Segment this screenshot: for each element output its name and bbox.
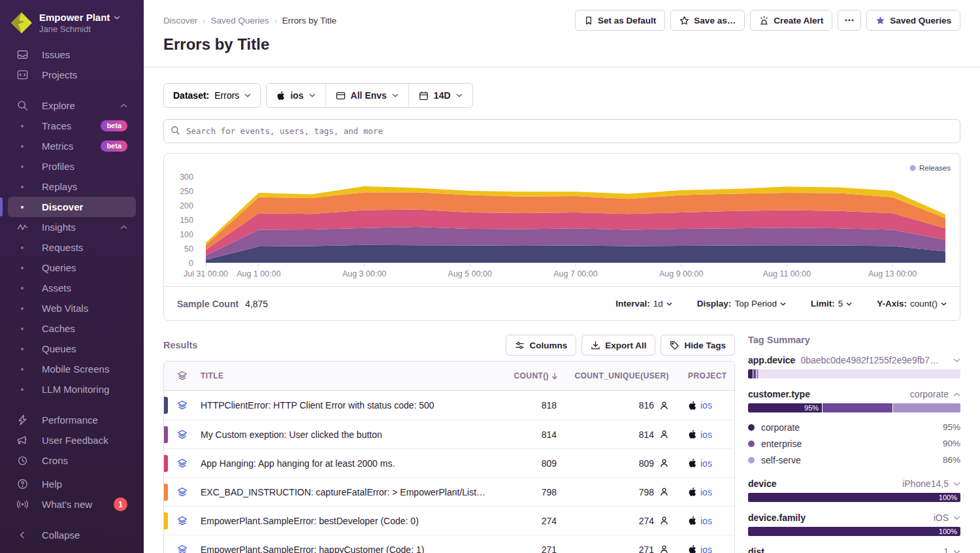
chevron-down-icon[interactable]: [953, 358, 960, 363]
set-as-default-button[interactable]: Set as Default: [575, 10, 665, 31]
row-project[interactable]: ios: [669, 545, 734, 553]
sidebar-item-label: Queues: [42, 343, 76, 354]
row-title[interactable]: EmpowerPlant.SampleError: bestDeveloper …: [201, 516, 499, 526]
results-heading: Results: [163, 340, 197, 350]
sidebar-item-assets[interactable]: Assets: [0, 278, 144, 298]
row-title[interactable]: EmpowerPlant.SampleError: happyCustomer …: [201, 545, 499, 553]
export-all-button[interactable]: Export All: [581, 335, 655, 356]
sidebar-item-queues[interactable]: Queues: [0, 339, 144, 359]
chevron-down-icon[interactable]: [953, 550, 960, 553]
tag-distribution-bar[interactable]: [748, 369, 960, 378]
sidebar-item-label: Discover: [42, 201, 83, 212]
person-icon: [659, 429, 669, 439]
chart-control-limit[interactable]: Limit:5: [811, 299, 852, 309]
org-switcher[interactable]: Empower Plant Jane Schmidt: [0, 8, 144, 44]
bullet-icon: [16, 287, 28, 290]
legend-dot: [748, 424, 755, 431]
tag-value: 1: [770, 546, 949, 553]
sidebar-item-label: Assets: [42, 282, 71, 293]
chevron-down-icon[interactable]: [953, 482, 960, 486]
svg-text:Aug 3 00:00: Aug 3 00:00: [342, 269, 386, 278]
row-project[interactable]: ios: [669, 487, 734, 497]
sidebar-item-help[interactable]: Help: [0, 474, 144, 494]
sidebar-item-projects[interactable]: Projects: [0, 65, 144, 85]
sidebar-collapse-button[interactable]: Collapse: [0, 525, 144, 545]
save-as-button[interactable]: Save as…: [670, 10, 745, 31]
bullet-icon: [16, 267, 28, 269]
chevron-down-icon[interactable]: [953, 516, 960, 520]
chevron-down-icon: [846, 302, 852, 306]
sidebar-item-requests[interactable]: Requests: [0, 237, 144, 258]
user-feedback-icon: [16, 435, 28, 446]
sidebar-item-explore[interactable]: Explore: [0, 95, 144, 116]
svg-text:Aug 5 00:00: Aug 5 00:00: [448, 269, 492, 278]
row-count-unique: 814: [639, 429, 654, 440]
breadcrumb-item[interactable]: Saved Queries: [211, 16, 269, 25]
sidebar-item-what-s-new[interactable]: What's new1: [0, 494, 144, 514]
more-options-button[interactable]: [838, 10, 861, 31]
sidebar-item-label: Traces: [42, 120, 71, 131]
sidebar-item-profiles[interactable]: Profiles: [0, 156, 144, 176]
project-selector[interactable]: ios: [267, 84, 325, 107]
chevron-down-icon: [114, 16, 120, 20]
chevron-up-icon[interactable]: [120, 225, 127, 229]
sidebar-item-issues[interactable]: Issues: [0, 44, 144, 65]
sidebar: Empower Plant Jane Schmidt IssuesProject…: [0, 0, 144, 553]
sidebar-item-web-vitals[interactable]: Web Vitals: [0, 298, 144, 318]
svg-text:200: 200: [180, 201, 193, 210]
create-alert-button[interactable]: Create Alert: [750, 10, 832, 31]
sidebar-item-discover[interactable]: Discover: [8, 197, 136, 217]
sidebar-item-llm-monitoring[interactable]: LLM Monitoring: [0, 379, 144, 399]
sidebar-nav: IssuesProjectsExploreTracesbetaMetricsbe…: [0, 44, 144, 553]
stacked-area-chart[interactable]: 050100150200250300Jul 31 00:00Aug 1 00:0…: [164, 154, 960, 286]
svg-text:300: 300: [180, 173, 193, 182]
sidebar-item-replays[interactable]: Replays: [0, 176, 144, 197]
row-project[interactable]: ios: [669, 400, 734, 411]
hide-tags-button[interactable]: Hide Tags: [661, 335, 735, 356]
chart-control-interval[interactable]: Interval:1d: [615, 299, 672, 309]
sidebar-item-user-feedback[interactable]: User Feedback: [0, 430, 144, 450]
sidebar-item-caches[interactable]: Caches: [0, 318, 144, 339]
person-icon: [659, 401, 669, 411]
chart-control-display[interactable]: Display:Top Period: [697, 299, 786, 309]
collapse-icon: [16, 529, 28, 541]
layers-icon: [164, 458, 201, 469]
breadcrumb-item[interactable]: Discover: [163, 16, 198, 25]
chevron-up-icon[interactable]: [953, 392, 960, 397]
chart-control-y-axis[interactable]: Y-Axis:count(): [877, 299, 947, 309]
sidebar-item-mobile-screens[interactable]: Mobile Screens: [0, 359, 144, 379]
chevron-up-icon[interactable]: [120, 103, 127, 108]
row-title[interactable]: HTTPClientError: HTTP Client Error with …: [201, 400, 499, 411]
sidebar-item-metrics[interactable]: Metricsbeta: [0, 136, 144, 156]
apple-icon: [688, 516, 696, 526]
bullet-icon: [16, 388, 28, 391]
sidebar-item-label: Performance: [42, 414, 98, 426]
row-title[interactable]: EXC_BAD_INSTRUCTION: captureFatalError: …: [201, 487, 499, 497]
column-project[interactable]: PROJECT: [669, 371, 734, 380]
dataset-selector[interactable]: Dataset: Errors: [163, 83, 261, 108]
row-project[interactable]: ios: [669, 429, 734, 440]
environment-selector[interactable]: All Envs: [325, 84, 408, 107]
column-title[interactable]: TITLE: [201, 371, 499, 380]
sidebar-item-insights[interactable]: Insights: [0, 217, 144, 237]
column-count[interactable]: COUNT(): [499, 371, 558, 380]
tag-distribution-bar[interactable]: 100%: [748, 527, 960, 536]
table-header: TITLE COUNT() COUNT_UNIQUE(USER) PROJECT: [164, 361, 734, 391]
row-title[interactable]: My Custom exeption: User clicked the but…: [201, 429, 499, 440]
columns-button[interactable]: Columns: [506, 335, 576, 356]
column-count-unique[interactable]: COUNT_UNIQUE(USER): [558, 371, 669, 380]
date-range-selector[interactable]: 14D: [408, 84, 472, 107]
tag-distribution-bar[interactable]: 95%: [748, 403, 960, 412]
tag-distribution-bar[interactable]: 100%: [748, 493, 960, 502]
tag-summary-heading: Tag Summary: [748, 335, 960, 352]
sidebar-item-queries[interactable]: Queries: [0, 258, 144, 278]
sidebar-item-traces[interactable]: Tracesbeta: [0, 116, 144, 136]
row-title[interactable]: App Hanging: App hanging for at least 20…: [201, 458, 499, 469]
row-project[interactable]: ios: [669, 458, 734, 469]
row-project[interactable]: ios: [669, 516, 734, 526]
search-input[interactable]: [163, 119, 960, 143]
saved-queries-button[interactable]: Saved Queries: [866, 10, 960, 31]
sidebar-item-performance[interactable]: Performance: [0, 410, 144, 430]
sidebar-item-crons[interactable]: Crons: [0, 450, 144, 471]
sidebar-item-label: Profiles: [42, 161, 74, 172]
